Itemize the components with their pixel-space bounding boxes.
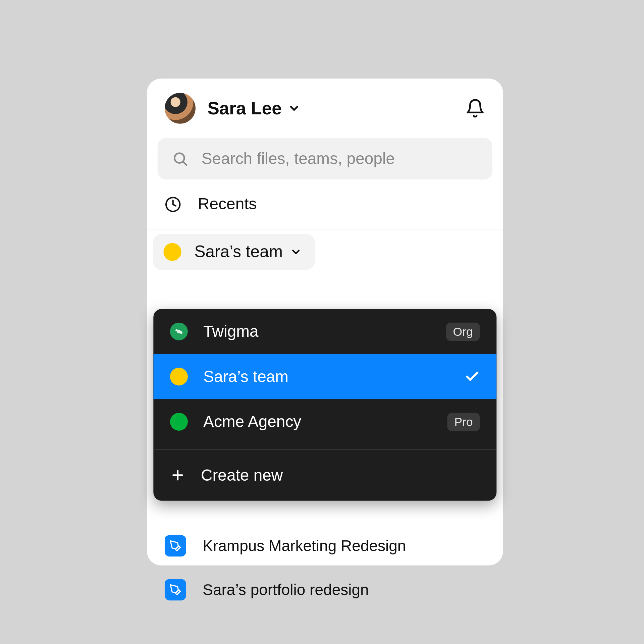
team-option-label: Acme Agency <box>203 413 301 431</box>
search-bar[interactable] <box>158 138 492 179</box>
file-type-icon <box>165 535 186 556</box>
search-icon <box>172 150 189 167</box>
nav-item-recents[interactable]: Recents <box>147 179 503 229</box>
team-color-dot <box>163 243 181 261</box>
team-option-twigma[interactable]: Twigma Org <box>153 309 496 354</box>
team-color-dot <box>170 413 188 431</box>
plan-badge: Org <box>446 322 480 341</box>
team-option-saras-team[interactable]: Sara’s team <box>153 354 496 399</box>
sidebar-panel: Sara Lee <box>147 78 503 565</box>
team-option-acme[interactable]: Acme Agency Pro <box>153 399 496 444</box>
plan-badge: Pro <box>447 413 480 431</box>
file-label: Krampus Marketing Redesign <box>203 537 406 555</box>
create-new-label: Create new <box>201 466 283 484</box>
bell-icon[interactable] <box>465 98 485 118</box>
file-type-icon <box>165 579 186 600</box>
create-new-team[interactable]: Create new <box>153 450 496 501</box>
account-header[interactable]: Sara Lee <box>147 78 503 132</box>
check-icon <box>465 369 480 384</box>
recents-label: Recents <box>198 195 257 213</box>
chevron-down-icon <box>290 246 302 258</box>
user-name: Sara Lee <box>207 98 281 118</box>
team-dropdown: Twigma Org Sara’s team Acme Agency Pro <box>153 309 496 501</box>
file-item[interactable]: Krampus Marketing Redesign <box>165 524 485 568</box>
plus-icon <box>170 468 185 483</box>
team-option-label: Sara’s team <box>203 367 288 386</box>
file-list: Krampus Marketing Redesign Sara’s portfo… <box>147 524 503 612</box>
search-input[interactable] <box>202 150 478 168</box>
team-option-label: Twigma <box>203 322 259 341</box>
team-color-dot <box>170 323 188 340</box>
team-selector-label: Sara’s team <box>194 243 283 262</box>
file-item[interactable]: Sara’s portfolio redesign <box>165 568 485 612</box>
team-selector[interactable]: Sara’s team <box>153 234 315 270</box>
chevron-down-icon <box>288 102 301 115</box>
file-label: Sara’s portfolio redesign <box>203 581 369 599</box>
svg-line-1 <box>183 162 186 165</box>
team-color-dot <box>170 368 188 385</box>
clock-icon <box>165 196 181 213</box>
avatar[interactable] <box>165 93 196 124</box>
divider <box>147 229 503 229</box>
